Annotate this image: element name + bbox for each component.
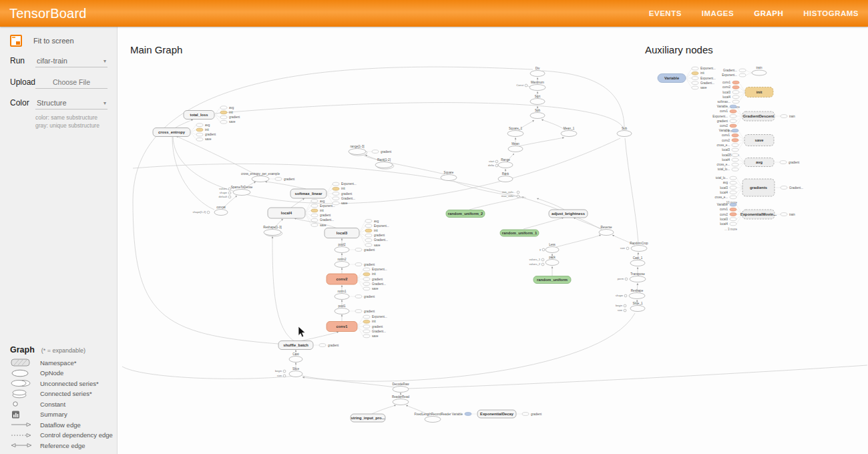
svg-text:Gradient...: Gradient... [372,330,386,333]
svg-text:FixedLengthRecordReader: FixedLengthRecordReader [414,413,451,416]
graph-node-cross_entropy[interactable]: cross_entropyavginitgradientsave [153,124,216,142]
graph-node-string_input[interactable]: string_input_pro... [351,414,385,422]
graph-node-c_begin1[interactable]: begin [616,304,626,307]
graph-node-cepe[interactable]: cross_entropy_per_examplegradient [241,172,295,182]
svg-text:gradient: gradient [205,133,216,136]
graph-node-c_concat[interactable]: shape[1-2] [192,210,209,214]
graph-node-c_shape[interactable]: shape [616,294,627,297]
fit-to-screen-icon[interactable] [10,35,22,47]
graph-node-square_1[interactable]: Square_1 [507,127,523,137]
graph-node-norm2[interactable]: norm2gradient [335,258,375,268]
graph-node-random_uniform[interactable]: random_uniform [533,276,571,284]
svg-text:softmax...: softmax... [717,100,730,103]
nav-tab-graph[interactable]: GRAPH [754,9,783,17]
graph-node-rank12[interactable]: Rank[1-2] [375,158,394,170]
graph-node-concat[interactable]: concat [214,206,228,216]
svg-text:concat: concat [216,206,226,209]
color-select[interactable]: Structure ▾ [35,97,107,109]
graph-node-range13[interactable]: range[1-3]gradient [349,145,392,156]
graph-node-randomcrop[interactable]: RandomCrop [630,242,648,252]
graph-node-c_pack1[interactable]: values_1 [529,258,544,261]
graph-node-c_size[interactable]: size [620,246,629,250]
svg-text:max_valu...: max_valu... [501,194,515,198]
graph-node-cast_1[interactable]: Cast_1 [630,256,645,266]
graph-node-shuffle_batch[interactable]: shuffle_batchgradient [278,341,339,350]
graph-node-conv2[interactable]: conv2Exponent...initgradientGradient...s… [327,268,387,290]
graph-node-random_uniform_1[interactable]: random_uniform_1 [500,230,539,236]
graph-node-readerread[interactable]: ReaderRead [392,395,409,405]
graph-node-decoderaw[interactable]: DecodeRaw [392,383,409,393]
graph-node-square[interactable]: Square [441,171,457,181]
graph-canvas[interactable]: total_lossavginitgradientsavecross_entro… [0,0,868,454]
graph-node-reverse[interactable]: Reverse [599,226,614,236]
choose-file-button[interactable]: Choose File [35,76,107,89]
fit-to-screen-label[interactable]: Fit to screen [33,37,74,45]
graph-node-c_perm[interactable]: perm [618,277,628,280]
graph-node-sub[interactable]: Sub [530,109,545,119]
graph-node-c_delta[interactable]: delta [488,164,498,167]
graph-node-pool1[interactable]: pool1gradient [335,304,375,314]
graph-node-reshape_op[interactable]: Reshape [629,289,645,299]
graph-node-c_size2[interactable]: size [277,374,286,377]
graph-node-aux_ema[interactable]: ExponentialMovin...trainVariableconv1con… [717,203,795,230]
svg-text:gradient: gradient [789,161,800,164]
graph-node-c_std_s[interactable]: shape [220,191,231,194]
graph-node-mean_1[interactable]: Mean_1 [561,127,577,137]
graph-node-c_std_d[interactable]: default [219,195,231,198]
upload-label: Upload [10,77,35,87]
graph-node-sub_r[interactable]: Sub [617,127,632,137]
graph-node-adjust_brightness[interactable]: adjust_brightness [549,210,588,218]
graph-node-rank[interactable]: Rank [498,172,513,182]
graph-node-c_start[interactable]: start [489,160,498,163]
graph-node-less[interactable]: Less [546,243,559,253]
nav-tab-histograms[interactable]: HISTOGRAMS [803,9,859,17]
run-select[interactable]: cifar-train ▾ [35,55,107,67]
graph-node-maximum[interactable]: Maximum [529,81,546,91]
svg-text:Gradient...: Gradient... [372,282,386,286]
graph-node-sqrt[interactable]: Sqrt [530,95,545,105]
svg-text:Mean: Mean [511,142,519,146]
nav-tab-events[interactable]: EVENTS [649,9,682,17]
graph-node-conv1[interactable]: conv1Exponent...initgradientGradient...s… [327,315,387,338]
graph-node-c_pack2[interactable]: values_2 [529,262,544,266]
graph-node-pack[interactable]: pack [546,256,559,266]
graph-legend: Graph (* = expandable) Namespace* OpNode… [0,345,117,451]
graph-node-flrr[interactable]: FixedLengthRecordReader [414,413,451,423]
svg-text:gradient: gradient [364,310,375,313]
graph-node-aux_train[interactable]: trainGradient...Exponent... [722,66,767,77]
graph-node-slice[interactable]: Slice [289,367,302,377]
graph-node-aux_avg[interactable]: avggradientlocal3local4cross_e...total_l… [716,154,800,172]
graph-node-aux_variable[interactable]: VariableExponent...initExponent...Gradie… [658,67,716,89]
graph-node-c_minv[interactable]: min_valu... [502,190,519,194]
graph-node-mean[interactable]: Mean [508,142,523,152]
graph-node-total_loss[interactable]: total_lossavginitgradientsave [184,106,240,124]
svg-text:total_lo...: total_lo... [716,176,728,180]
graph-node-aux_save[interactable]: saveVariableconv1conv2cross_e...local3..… [716,129,774,156]
graph-node-sparsetodense[interactable]: SparseToDense [231,186,253,196]
graph-node-c_maxv[interactable]: max_valu... [501,194,519,198]
graph-node-c_std_v[interactable]: values [219,187,231,190]
graph-node-transpose[interactable]: Transpose [630,272,646,282]
svg-text:ExponentialDecay: ExponentialDecay [480,412,514,416]
graph-node-local3[interactable]: local3avgExponent...initgradientGradient… [324,220,389,247]
graph-node-slice_1[interactable]: Slice_1 [630,302,645,312]
graph-node-reshape13[interactable]: Reshape[1-3] [263,226,282,237]
nav-tab-images[interactable]: IMAGES [702,9,734,17]
legend-item-dataflow: Dataflow edge [10,420,117,431]
graph-node-c_less[interactable]: y [539,248,545,251]
svg-text:init: init [372,320,377,323]
svg-text:cross_entropy_per_example: cross_entropy_per_example [241,172,280,176]
graph-node-c_max[interactable]: Const [516,83,527,87]
graph-node-c_size1[interactable]: size [618,308,626,312]
graph-node-expdecay[interactable]: ExponentialDecaygradientVariable [452,410,542,418]
svg-text:Square: Square [444,171,454,174]
graph-node-random_uniform_2[interactable]: random_uniform_2 [446,210,485,218]
graph-node-aux_gradients[interactable]: gradientsGradient...total_lo...avglocal3… [714,176,803,204]
svg-text:Rank[1-2]: Rank[1-2] [377,158,391,162]
graph-node-range[interactable]: Range [498,158,513,168]
svg-text:values_1: values_1 [529,258,540,261]
graph-node-div[interactable]: Div [530,67,545,77]
graph-node-cast[interactable]: Cast [289,353,302,363]
graph-node-norm1[interactable]: norm1gradient [335,290,375,300]
graph-node-c_begin[interactable]: begin [275,369,286,373]
